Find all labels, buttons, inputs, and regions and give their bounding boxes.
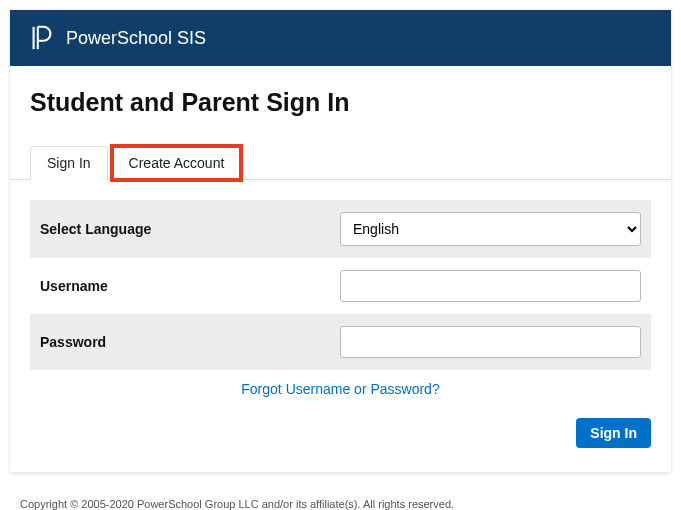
footer-copyright: Copyright © 2005-2020 PowerSchool Group … [20,494,661,510]
row-username: Username [30,258,651,314]
language-label: Select Language [40,221,320,237]
password-label: Password [40,334,320,350]
tab-signin[interactable]: Sign In [30,146,108,180]
language-select[interactable]: English [340,212,641,246]
brand-text: PowerSchool SIS [66,28,206,49]
forgot-link-row: Forgot Username or Password? [30,380,651,398]
password-field[interactable] [340,326,641,358]
header-bar: PowerSchool SIS [10,10,671,66]
button-row: Sign In [30,418,651,448]
content-area: Student and Parent Sign In Sign In Creat… [10,66,671,472]
signin-button[interactable]: Sign In [576,418,651,448]
tab-create-account[interactable]: Create Account [112,146,242,180]
signin-card: PowerSchool SIS Student and Parent Sign … [10,10,671,472]
username-label: Username [40,278,320,294]
powerschool-icon [28,24,56,52]
signin-form: Select Language English Username Passwor… [30,200,651,448]
page-title: Student and Parent Sign In [30,88,651,117]
tabs-row: Sign In Create Account [10,145,671,180]
footer: Copyright © 2005-2020 PowerSchool Group … [0,482,681,510]
row-language: Select Language English [30,200,651,258]
row-password: Password [30,314,651,370]
forgot-link[interactable]: Forgot Username or Password? [241,381,439,397]
brand-logo: PowerSchool SIS [28,24,206,52]
username-field[interactable] [340,270,641,302]
